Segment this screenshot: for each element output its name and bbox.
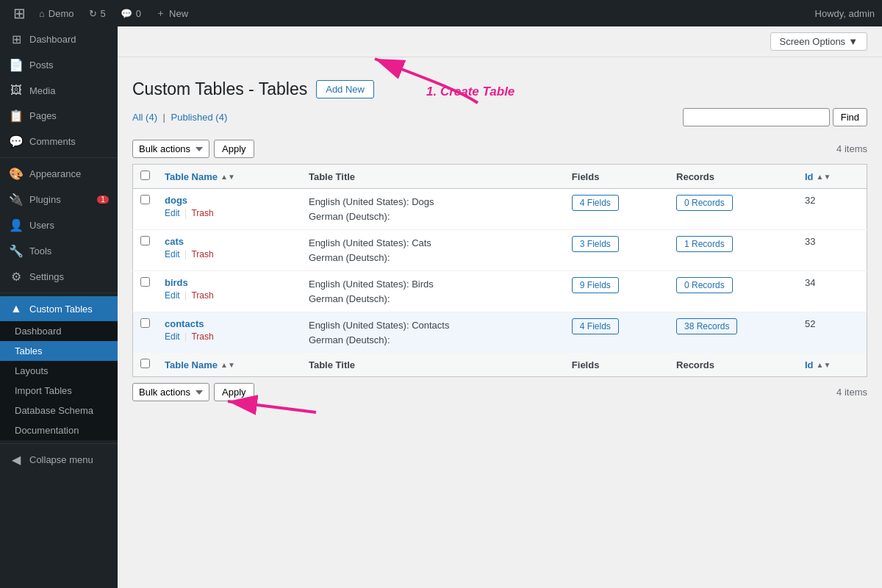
sidebar-item-plugins[interactable]: 🔌 Plugins 1 (0, 187, 118, 212)
apply-button-top[interactable]: Apply (214, 140, 254, 158)
row-checkbox-contacts[interactable] (140, 318, 150, 328)
sort-table-name-footer-link[interactable]: Table Name ▲▼ (165, 359, 235, 370)
tfoot-check (133, 353, 158, 377)
adminbar-comments[interactable]: 💬 0 (113, 8, 148, 19)
trash-link-birds[interactable]: Trash (191, 290, 213, 301)
row-checkbox-birds[interactable] (140, 277, 150, 287)
row-name-contacts: contacts Edit | Trash (157, 312, 301, 354)
row-checkbox-dogs[interactable] (140, 195, 150, 204)
sidebar-label: Dashboard (29, 34, 76, 45)
row-records-birds: 0 Records (669, 271, 797, 312)
trash-link-dogs[interactable]: Trash (191, 208, 213, 218)
title-de-dogs: German (Deutsch): (309, 209, 557, 224)
tables-list: Table Name ▲▼ Table Title Fields Records (132, 164, 867, 377)
table-link-dogs[interactable]: dogs (165, 195, 294, 206)
title-en-birds: English (United States): Birds (309, 277, 557, 292)
submenu-label: Dashboard (15, 326, 62, 337)
bottom-tablenav: Bulk actions Apply 4 items (132, 383, 867, 401)
edit-link-dogs[interactable]: Edit (165, 208, 180, 218)
tablenav-bottom-left: Bulk actions Apply (132, 383, 254, 401)
submenu-ct-schema[interactable]: Database Schema (0, 401, 118, 420)
tools-icon: 🔧 (9, 244, 24, 258)
trash-link-cats[interactable]: Trash (191, 249, 213, 259)
select-all-checkbox[interactable] (140, 171, 150, 180)
bulk-actions-select-bottom[interactable]: Bulk actions (132, 383, 209, 401)
sidebar-item-media[interactable]: 🖼 Media (0, 78, 118, 103)
col-title-label: Table Title (309, 171, 355, 182)
sidebar-item-users[interactable]: 👤 Users (0, 212, 118, 238)
submenu-custom-tables: Dashboard Tables Layouts Import Tables D… (0, 321, 118, 440)
sort-id-link[interactable]: Id ▲▼ (805, 171, 831, 182)
items-count-top: 4 items (836, 143, 867, 154)
submenu-ct-dashboard[interactable]: Dashboard (0, 321, 118, 341)
sidebar-item-pages[interactable]: 📋 Pages (0, 103, 118, 129)
collapse-label: Collapse menu (29, 454, 93, 465)
submenu-label: Documentation (15, 425, 79, 436)
sort-id-footer-link[interactable]: Id ▲▼ (805, 359, 831, 370)
sidebar-label: Posts (29, 60, 54, 71)
filter-all-link[interactable]: All (4) (132, 112, 160, 123)
filter-published-link[interactable]: Published (4) (171, 112, 228, 123)
row-id-birds: 34 (797, 271, 867, 312)
adminbar-new[interactable]: ＋ New (148, 7, 196, 20)
row-title-birds: English (United States): Birds German (D… (301, 271, 564, 312)
table-link-cats[interactable]: cats (165, 236, 294, 247)
edit-link-cats[interactable]: Edit (165, 249, 180, 259)
table-link-contacts[interactable]: contacts (165, 318, 294, 329)
comments-menu-icon: 💬 (9, 135, 24, 148)
sort-table-name-link[interactable]: Table Name ▲▼ (165, 171, 235, 182)
fields-badge-dogs: 4 Fields (572, 195, 619, 211)
select-all-footer-checkbox[interactable] (140, 359, 150, 368)
title-de-birds: German (Deutsch): (309, 292, 557, 306)
submenu-ct-docs[interactable]: Documentation (0, 420, 118, 440)
table-row: cats Edit | Trash English (United States… (133, 230, 867, 271)
wp-logo-icon: ⊞ (7, 4, 32, 22)
updates-icon: ↻ (89, 8, 97, 19)
sidebar-label: Users (29, 220, 54, 231)
sidebar-item-comments[interactable]: 💬 Comments (0, 129, 118, 154)
add-new-button[interactable]: Add New (316, 80, 374, 98)
items-count-bottom: 4 items (836, 387, 867, 398)
th-fields: Fields (564, 165, 669, 189)
search-input[interactable] (683, 108, 830, 126)
records-badge-contacts: 38 Records (676, 318, 737, 334)
sidebar-item-posts[interactable]: 📄 Posts (0, 52, 118, 78)
menu-separator-2 (0, 293, 118, 293)
bulk-actions-select-top[interactable]: Bulk actions (132, 140, 209, 158)
col-records-footer-label: Records (676, 359, 714, 370)
row-checkbox-cats[interactable] (140, 236, 150, 245)
adminbar-site[interactable]: ⌂ Demo (32, 8, 82, 19)
row-name-cats: cats Edit | Trash (157, 230, 301, 271)
filter-all-label: All (132, 112, 143, 123)
edit-link-contacts[interactable]: Edit (165, 331, 180, 342)
page-header: Custom Tables - Tables Add New (132, 79, 867, 99)
submenu-ct-layouts[interactable]: Layouts (0, 361, 118, 381)
row-id-contacts: 52 (797, 312, 867, 354)
comments-icon: 💬 (121, 8, 132, 19)
filter-published-count: (4) (215, 112, 227, 123)
tfoot-table-name: Table Name ▲▼ (157, 353, 301, 377)
apply-button-bottom[interactable]: Apply (214, 383, 254, 401)
custom-tables-icon: ▲ (9, 302, 24, 315)
screen-options-button[interactable]: Screen Options ▼ (770, 32, 867, 51)
sidebar-item-tools[interactable]: 🔧 Tools (0, 238, 118, 264)
pages-icon: 📋 (9, 109, 24, 123)
find-button[interactable]: Find (833, 108, 867, 126)
sidebar-item-settings[interactable]: ⚙ Settings (0, 264, 118, 290)
table-link-birds[interactable]: birds (165, 277, 294, 288)
trash-link-contacts[interactable]: Trash (191, 331, 213, 342)
submenu-ct-tables[interactable]: Tables (0, 341, 118, 361)
tfoot-title: Table Title (301, 353, 564, 377)
adminbar-updates[interactable]: ↻ 5 (82, 8, 113, 19)
sidebar-item-dashboard[interactable]: ⊞ Dashboard (0, 26, 118, 52)
edit-link-birds[interactable]: Edit (165, 290, 180, 301)
posts-icon: 📄 (9, 58, 24, 72)
new-label: New (169, 8, 188, 19)
collapse-menu-item[interactable]: ◀ Collapse menu (0, 447, 118, 473)
sidebar-item-custom-tables[interactable]: ▲ Custom Tables (0, 296, 118, 321)
sidebar-item-appearance[interactable]: 🎨 Appearance (0, 161, 118, 187)
settings-icon: ⚙ (9, 270, 24, 284)
submenu-ct-import[interactable]: Import Tables (0, 381, 118, 401)
title-en-contacts: English (United States): Contacts (309, 318, 557, 333)
col-title-footer-label: Table Title (309, 359, 355, 370)
